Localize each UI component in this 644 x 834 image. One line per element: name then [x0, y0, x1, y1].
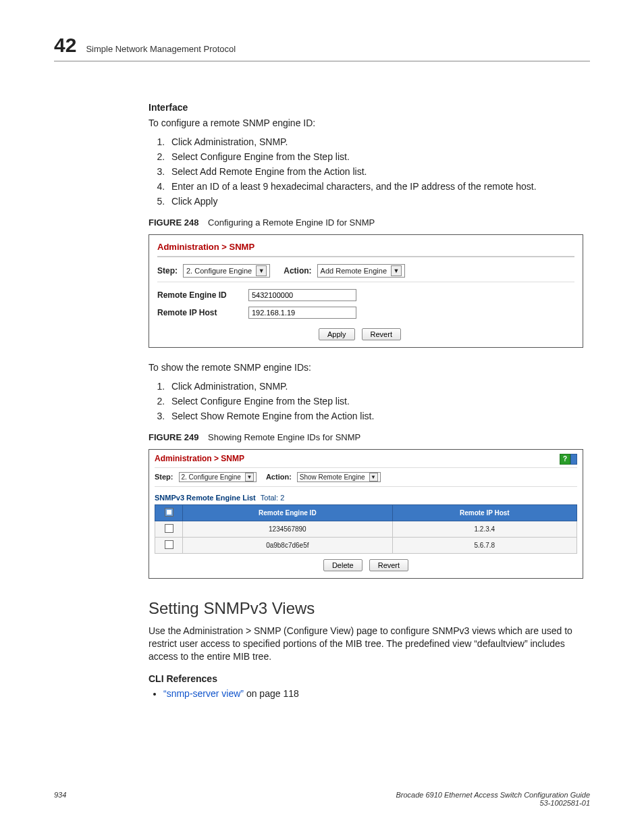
revert-button[interactable]: Revert — [369, 559, 408, 571]
figure249-screenshot: ? Administration > SNMP Step: 2. Configu… — [149, 449, 583, 579]
section2-steps: Click Administration, SNMP. Select Confi… — [149, 381, 583, 421]
chapter-title: Simple Network Management Protocol — [86, 44, 236, 54]
action-select[interactable]: Show Remote Engine ▼ — [297, 472, 381, 482]
total-label: Total: — [261, 494, 278, 502]
step-select[interactable]: 2. Configure Engine ▼ — [183, 264, 270, 278]
remote-ip-host-label: Remote IP Host — [157, 308, 248, 317]
book-title: Brocade 6910 Ethernet Access Switch Conf… — [396, 791, 590, 799]
cell-ip: 1.2.3.4 — [392, 521, 576, 537]
list-title-text: SNMPv3 Remote Engine List — [155, 494, 256, 502]
section3-body: Use the Administration > SNMP (Configure… — [149, 625, 583, 663]
step-label: Step: — [155, 473, 173, 481]
action-label: Action: — [266, 473, 292, 481]
running-header: 42 Simple Network Management Protocol — [54, 34, 590, 61]
chevron-down-icon: ▼ — [245, 473, 254, 481]
list-title: SNMPv3 Remote Engine List Total: 2 — [155, 494, 577, 502]
row-checkbox[interactable] — [165, 540, 173, 549]
list-item: Click Administration, SNMP. — [167, 136, 583, 147]
step-select-value: 2. Configure Engine — [186, 267, 252, 275]
doc-id: 53-1002581-01 — [539, 799, 590, 807]
figure248-screenshot: Administration > SNMP Step: 2. Configure… — [149, 234, 583, 348]
table-row: 0a9b8c7d6e5f 5.6.7.8 — [155, 537, 577, 553]
cell-ip: 5.6.7.8 — [392, 537, 576, 553]
cli-reference-suffix: on page 118 — [244, 688, 299, 699]
action-select-value: Show Remote Engine — [300, 473, 365, 481]
delete-button[interactable]: Delete — [323, 559, 363, 571]
col-remote-ip-host: Remote IP Host — [392, 504, 576, 521]
breadcrumb: Administration > SNMP — [155, 454, 577, 463]
figure248-label: FIGURE 248 — [149, 217, 198, 228]
chevron-down-icon: ▼ — [369, 473, 378, 481]
help-corner: ? — [560, 454, 577, 465]
action-select-value: Add Remote Engine — [321, 267, 387, 275]
select-all-header[interactable] — [155, 504, 183, 521]
list-item: “snmp-server view” on page 118 — [163, 688, 583, 699]
list-item: Enter an ID of a least 9 hexadecimal cha… — [167, 181, 583, 192]
cli-references-heading: CLI References — [149, 673, 583, 684]
chevron-down-icon: ▼ — [256, 265, 267, 276]
section2-intro: To show the remote SNMP engine IDs: — [149, 361, 583, 374]
cli-reference-link[interactable]: “snmp-server view” — [163, 688, 244, 699]
section1-steps: Click Administration, SNMP. Select Confi… — [149, 136, 583, 207]
breadcrumb: Administration > SNMP — [157, 242, 574, 252]
figure248-caption-text: Configuring a Remote Engine ID for SNMP — [208, 217, 375, 228]
cli-references-list: “snmp-server view” on page 118 — [149, 688, 583, 699]
checkbox-icon[interactable] — [165, 508, 173, 517]
chevron-down-icon: ▼ — [391, 265, 402, 276]
list-item: Select Add Remote Engine from the Action… — [167, 166, 583, 177]
remote-ip-host-input[interactable] — [248, 307, 356, 319]
cell-engine-id: 1234567890 — [183, 521, 393, 537]
section1-intro: To configure a remote SNMP engine ID: — [149, 117, 583, 130]
remote-engine-id-input[interactable] — [248, 289, 356, 301]
step-label: Step: — [157, 266, 178, 276]
apply-button[interactable]: Apply — [319, 328, 355, 340]
step-select[interactable]: 2. Configure Engine ▼ — [179, 472, 257, 482]
page-number: 934 — [54, 791, 66, 807]
list-item: Select Configure Engine from the Step li… — [167, 396, 583, 407]
col-remote-engine-id: Remote Engine ID — [183, 504, 393, 521]
list-item: Select Configure Engine from the Step li… — [167, 151, 583, 162]
figure249-caption: FIGURE 249 Showing Remote Engine IDs for… — [149, 432, 583, 442]
figure249-caption-text: Showing Remote Engine IDs for SNMP — [208, 432, 360, 442]
action-select[interactable]: Add Remote Engine ▼ — [317, 264, 405, 278]
total-value: 2 — [280, 494, 284, 502]
list-item: Select Show Remote Engine from the Actio… — [167, 411, 583, 421]
revert-button[interactable]: Revert — [362, 328, 401, 340]
page-footer: 934 Brocade 6910 Ethernet Access Switch … — [54, 791, 590, 807]
panel-toggle-icon[interactable] — [570, 454, 577, 465]
figure248-caption: FIGURE 248 Configuring a Remote Engine I… — [149, 217, 583, 228]
interface-heading: Interface — [149, 102, 583, 113]
step-select-value: 2. Configure Engine — [182, 473, 241, 481]
figure249-label: FIGURE 249 — [149, 432, 198, 442]
table-row: 1234567890 1.2.3.4 — [155, 521, 577, 537]
row-checkbox[interactable] — [165, 524, 173, 533]
remote-engine-table: Remote Engine ID Remote IP Host 12345678… — [155, 504, 577, 554]
cell-engine-id: 0a9b8c7d6e5f — [183, 537, 393, 553]
section-title-snmpv3-views: Setting SNMPv3 Views — [149, 599, 583, 618]
list-item: Click Administration, SNMP. — [167, 381, 583, 392]
help-icon[interactable]: ? — [560, 454, 570, 465]
remote-engine-id-label: Remote Engine ID — [157, 290, 248, 300]
action-label: Action: — [284, 266, 311, 276]
chapter-number: 42 — [54, 34, 76, 57]
list-item: Click Apply — [167, 196, 583, 207]
